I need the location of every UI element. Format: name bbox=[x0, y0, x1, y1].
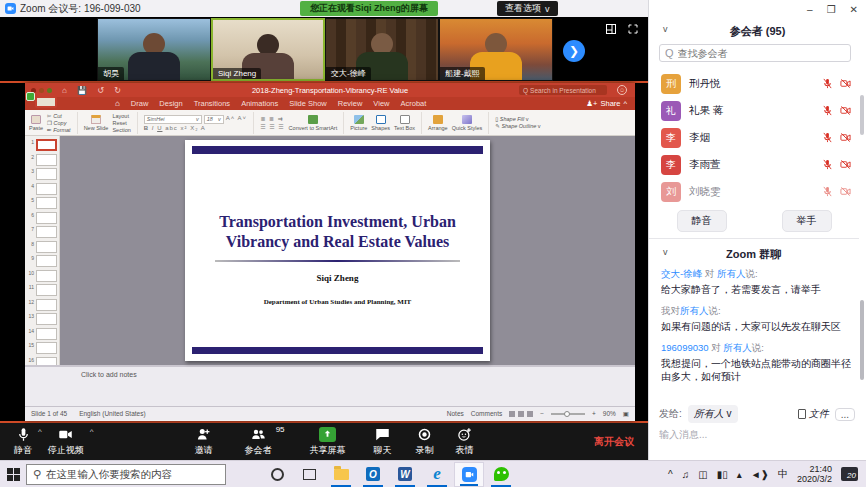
chat-message-list[interactable]: 交大-徐峰 对 所有人说: 给大家静音了，若需要发言，请举手 我对所有人说: 如… bbox=[661, 268, 851, 398]
raise-hand-button[interactable]: 举手 bbox=[782, 210, 832, 232]
tab-transitions[interactable]: Transitions bbox=[194, 99, 230, 108]
title-slide[interactable]: Transportation Investment, Urban Vibranc… bbox=[185, 140, 490, 361]
slide-thumbnail[interactable]: 4 bbox=[27, 183, 57, 195]
fullscreen-icon[interactable] bbox=[627, 23, 639, 35]
participant-row[interactable]: 刑 刑丹悦 bbox=[649, 70, 859, 97]
task-view-button[interactable] bbox=[294, 462, 324, 487]
video-tile[interactable]: 胡昊 bbox=[97, 18, 211, 81]
taskbar-search-input[interactable] bbox=[46, 468, 206, 480]
slide-thumbnail[interactable]: 6 bbox=[27, 212, 57, 224]
battery-icon[interactable]: ▮▯ bbox=[717, 469, 728, 480]
chat-more-button[interactable]: ... bbox=[835, 408, 855, 421]
slide-thumbnail[interactable]: 13 bbox=[27, 313, 57, 325]
slide-thumbnail[interactable]: 2 bbox=[27, 154, 57, 166]
font-size-select[interactable]: 18v bbox=[204, 115, 224, 124]
quick-access-icons[interactable]: ⌂ 💾 ↺ ↻ bbox=[62, 86, 125, 95]
tray-expand-chevron[interactable]: ^ bbox=[668, 469, 673, 480]
participant-row-clipped[interactable]: 刘 刘晓雯 bbox=[649, 178, 859, 205]
zoom-out-button[interactable]: − bbox=[540, 410, 544, 417]
section-button[interactable]: Section bbox=[112, 127, 130, 133]
participant-row[interactable]: 李 李雨萱 bbox=[649, 151, 859, 178]
participants-button[interactable]: 参会者 95 bbox=[245, 427, 272, 457]
participants-scrollbar[interactable] bbox=[860, 95, 864, 135]
file-button[interactable]: 文件 bbox=[798, 407, 829, 421]
tab-acrobat[interactable]: Acrobat bbox=[400, 99, 426, 108]
zoom-slider[interactable] bbox=[551, 413, 585, 415]
participant-row[interactable]: 李 李烟 bbox=[649, 124, 859, 151]
notification-center-button[interactable]: 20 bbox=[841, 467, 858, 481]
slide-thumbnail[interactable]: 3 bbox=[27, 168, 57, 180]
participant-list[interactable]: 刑 刑丹悦 礼 礼果 蒋 李 李烟 李 李雨萱 bbox=[649, 70, 859, 205]
list-buttons[interactable]: ≣ ≣ ⇉ bbox=[260, 115, 284, 122]
chat-button[interactable]: 聊天 bbox=[374, 427, 392, 457]
record-button[interactable]: 录制 bbox=[416, 427, 434, 457]
font-grow-shrink-buttons[interactable]: A˄ A˅ bbox=[226, 115, 247, 124]
slide-canvas[interactable]: Transportation Investment, Urban Vibranc… bbox=[60, 136, 635, 365]
taskbar-search-box[interactable]: ⚲ bbox=[26, 464, 226, 485]
participant-row[interactable]: 礼 礼果 蒋 bbox=[649, 97, 859, 124]
tab-review[interactable]: Review bbox=[338, 99, 363, 108]
shape-fill-button[interactable]: ▯ Shape Fill v bbox=[495, 116, 540, 122]
ppt-search-box[interactable]: Q Search in Presentation bbox=[519, 85, 607, 95]
shapes-button[interactable]: Shapes bbox=[371, 115, 390, 131]
volume-icon[interactable]: ◄❱ bbox=[751, 469, 769, 480]
slide-thumbnail-selected[interactable]: 1 bbox=[27, 139, 57, 151]
font-name-select[interactable]: SimHeiv bbox=[144, 115, 202, 124]
slide-thumbnail[interactable]: 10 bbox=[27, 270, 57, 282]
tab-home-icon[interactable]: ⌂ bbox=[115, 99, 120, 108]
slide-thumbnail[interactable]: 7 bbox=[27, 226, 57, 238]
wechat-button[interactable] bbox=[486, 462, 516, 487]
slide-thumbnail[interactable]: 14 bbox=[27, 328, 57, 340]
mute-button[interactable]: 静音 bbox=[14, 427, 32, 457]
zoom-app-button[interactable] bbox=[454, 462, 484, 487]
arrange-button[interactable]: Arrange bbox=[428, 115, 448, 131]
reactions-button[interactable]: 表情 bbox=[456, 427, 474, 457]
picture-button[interactable]: Picture bbox=[350, 115, 367, 131]
notes-toggle[interactable]: Notes bbox=[447, 410, 464, 417]
slide-thumbnail[interactable]: 11 bbox=[27, 284, 57, 296]
shape-outline-button[interactable]: ✎ Shape Outline v bbox=[495, 123, 540, 129]
minimize-window-icon[interactable]: – bbox=[807, 4, 813, 15]
layout-view-icon[interactable] bbox=[605, 23, 617, 35]
participant-search-input[interactable] bbox=[678, 48, 828, 59]
cut-button[interactable]: ✂ Cut bbox=[47, 113, 71, 119]
new-slide-button[interactable]: New Slide bbox=[84, 115, 109, 131]
chat-scrollbar[interactable] bbox=[860, 300, 864, 380]
video-tile[interactable]: 船建-戴熙 bbox=[439, 18, 553, 81]
video-options-chevron[interactable]: ^ bbox=[90, 423, 94, 436]
wifi-icon[interactable]: ▴ bbox=[737, 469, 742, 480]
tab-draw[interactable]: Draw bbox=[131, 99, 149, 108]
maximize-window-icon[interactable]: ❐ bbox=[827, 4, 836, 15]
paste-button[interactable]: Paste bbox=[29, 115, 43, 131]
mute-me-button[interactable]: 静音 bbox=[677, 210, 727, 232]
send-to-dropdown[interactable]: 所有人 v bbox=[688, 405, 738, 423]
slide-thumbnail[interactable]: 9 bbox=[27, 255, 57, 267]
ppt-share-button[interactable]: ♟+ Share^ bbox=[586, 99, 627, 108]
cortana-button[interactable] bbox=[262, 462, 292, 487]
zoom-percentage[interactable]: 90% bbox=[603, 410, 616, 417]
tray-snip-icon[interactable]: ◫ bbox=[698, 469, 707, 480]
tray-mic-icon[interactable]: ♫ bbox=[682, 469, 690, 480]
tab-animations[interactable]: Animations bbox=[241, 99, 278, 108]
chat-message-input[interactable] bbox=[659, 429, 855, 440]
leave-meeting-button[interactable]: 离开会议 bbox=[594, 435, 634, 449]
comments-toggle[interactable]: Comments bbox=[471, 410, 502, 417]
reset-button[interactable]: Reset bbox=[112, 120, 130, 126]
account-icon[interactable]: ☺ bbox=[617, 85, 627, 95]
slide-thumbnail[interactable]: 16 bbox=[27, 357, 57, 366]
ime-indicator[interactable]: 中 bbox=[778, 467, 788, 481]
invite-button[interactable]: 邀请 bbox=[195, 427, 213, 457]
tab-view[interactable]: View bbox=[373, 99, 389, 108]
fit-slide-icon[interactable]: ▣ bbox=[623, 410, 629, 418]
slide-thumbnail-panel[interactable]: 1 2 3 4 5 6 7 8 9 10 11 12 13 14 15 16 bbox=[25, 136, 60, 365]
layout-button[interactable]: Layout bbox=[112, 113, 130, 119]
share-screen-button[interactable]: 共享屏幕 bbox=[310, 427, 346, 457]
video-tile[interactable]: 交大-徐峰 bbox=[325, 18, 439, 81]
start-button[interactable] bbox=[0, 468, 26, 481]
word-button[interactable]: W bbox=[390, 462, 420, 487]
slide-thumbnail[interactable]: 8 bbox=[27, 241, 57, 253]
align-buttons[interactable]: ☰ ☰ ☰ bbox=[260, 123, 284, 130]
slide-thumbnail[interactable]: 15 bbox=[27, 342, 57, 354]
view-switcher-buttons[interactable] bbox=[509, 411, 533, 417]
mute-options-chevron[interactable]: ^ bbox=[38, 423, 42, 436]
